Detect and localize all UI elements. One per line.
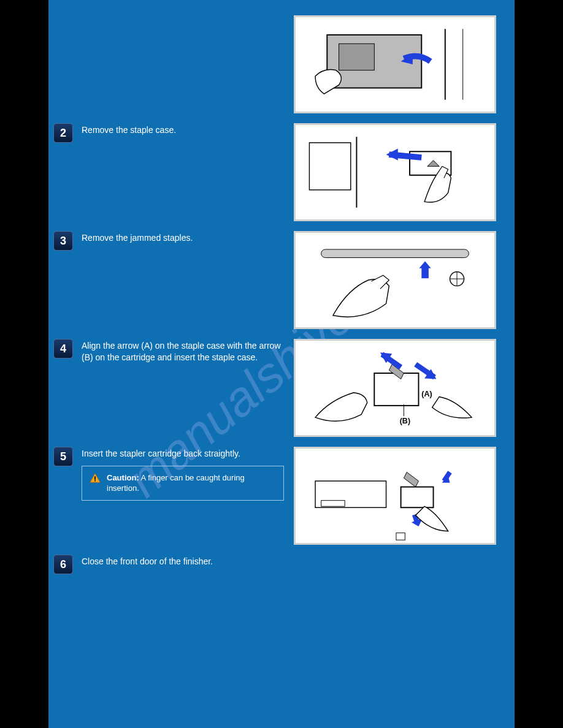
step-text-2: Remove the staple case.: [82, 123, 285, 136]
step-5-instruction: Insert the stapler cartridge back straig…: [82, 449, 240, 458]
step-image-4: (A) (B): [294, 339, 496, 437]
svg-rect-26: [94, 476, 96, 479]
caution-box: Caution: A finger can be caught during i…: [82, 466, 284, 501]
step-row-5: 5 Insert the stapler cartridge back stra…: [48, 442, 515, 550]
step-row-3: 3 Remove the jammed staples.: [48, 226, 515, 334]
step-row-4: 4 Align the arrow (A) on the staple case…: [48, 334, 515, 442]
step-image-5: [294, 447, 496, 545]
svg-rect-11: [297, 233, 492, 327]
step-number-3: 3: [53, 231, 73, 251]
step-number-2: 2: [53, 123, 73, 143]
svg-rect-28: [297, 449, 492, 543]
caution-text: Caution: A finger can be caught during i…: [107, 472, 276, 494]
svg-rect-2: [339, 44, 375, 70]
svg-text:(B): (B): [400, 417, 410, 425]
step-row-top: [48, 0, 515, 118]
svg-text:(A): (A): [421, 390, 432, 398]
step-text-3: Remove the jammed staples.: [82, 231, 285, 244]
svg-rect-6: [297, 125, 492, 219]
step-image-2: [294, 123, 496, 221]
step-number-6: 6: [53, 555, 73, 574]
step-number-4: 4: [53, 339, 73, 358]
step-text-6: Close the front door of the finisher.: [82, 555, 496, 567]
svg-rect-27: [94, 480, 96, 481]
warning-icon: [90, 473, 101, 483]
step-image-1: [294, 15, 496, 113]
step-image-3: [294, 231, 496, 329]
svg-rect-12: [321, 249, 469, 257]
step-text-5: Insert the stapler cartridge back straig…: [82, 447, 285, 501]
step-text-4: Align the arrow (A) on the staple case w…: [82, 339, 285, 363]
manual-page: manualshive.com 2 Remove the staple case…: [48, 0, 515, 728]
step-number-5: 5: [53, 447, 73, 466]
step-row-6: 6 Close the front door of the finisher.: [48, 550, 515, 579]
caution-title: Caution:: [107, 473, 139, 482]
step-row-2: 2 Remove the staple case.: [48, 118, 515, 226]
